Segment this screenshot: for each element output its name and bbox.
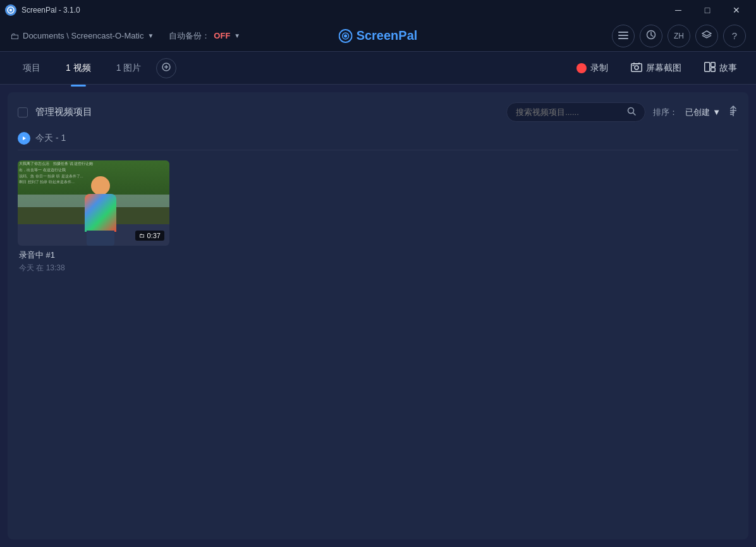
record-label: 录制 [590,63,608,74]
search-input[interactable] [516,107,622,117]
titlebar: ScreenPal - 3.1.0 ─ □ ✕ [0,0,756,20]
svg-rect-18 [705,63,710,72]
history-button[interactable] [640,25,662,47]
thumb-text-overlay: 大我离了你怎么活 拍摄任务 说 这些行让她 出，出去等一 在这边行让我 说吗、急… [19,162,168,185]
window-controls: ─ □ ✕ [664,0,751,20]
manage-bar: 管理视频项目 排序： 已创建 ▼ [18,102,738,122]
svg-point-1 [9,9,12,11]
manage-right: 排序： 已创建 ▼ [506,102,738,122]
search-button[interactable] [627,107,636,117]
svg-point-4 [344,34,347,37]
svg-marker-11 [702,31,711,36]
toolbar-left: 🗀 Documents \ Screencast-O-Matic ▼ 自动备份：… [10,30,240,42]
thumb-person [78,176,123,246]
svg-line-22 [633,113,636,116]
sort-dropdown[interactable]: 已创建 ▼ [685,107,721,118]
folder-icon: 🗀 [10,31,19,41]
logo-suffix: Pal [398,28,417,42]
manage-left: 管理视频项目 [18,106,92,118]
app-logo-icon [5,4,16,16]
sort-value: 已创建 [685,107,710,118]
auto-backup: 自动备份： OFF ▼ [169,30,240,42]
svg-rect-15 [631,64,642,72]
close-button[interactable]: ✕ [722,0,751,20]
backup-state: OFF [214,31,230,40]
history-icon [646,30,656,42]
section-title: 今天 - 1 [35,133,66,144]
video-duration: 🗀 0:37 [135,231,164,241]
svg-rect-19 [711,63,716,67]
folder-small-icon: 🗀 [139,232,145,239]
folder-dropdown-arrow: ▼ [147,32,154,39]
svg-marker-27 [23,136,26,140]
video-info: 录音中 #1 今天 在 13:38 [18,246,169,277]
logo-prefix: Screen [357,28,399,42]
section-header: 今天 - 1 [18,132,738,150]
help-button[interactable]: ? [723,25,746,47]
record-icon [576,63,587,73]
manage-title: 管理视频项目 [35,106,92,118]
svg-rect-5 [618,32,628,33]
toolbar: 🗀 Documents \ Screencast-O-Matic ▼ 自动备份：… [0,20,756,52]
app-title: ScreenPal - 3.1.0 [21,6,80,15]
svg-rect-20 [711,68,716,71]
maximize-button[interactable]: □ [693,0,722,20]
logo-text: ScreenPal [357,28,418,43]
language-button[interactable]: ZH [668,25,690,47]
nav-right: 录制 屏幕截图 故事 [570,58,743,78]
video-grid: 大我离了你怎么活 拍摄任务 说 这些行让她 出，出去等一 在这边行让我 说吗、急… [18,160,738,277]
story-label: 故事 [719,63,737,74]
toolbar-right: ZH ? [612,25,746,47]
screenshot-button[interactable]: 屏幕截图 [625,58,688,78]
menu-icon [618,31,628,41]
svg-line-10 [651,35,653,37]
nav-tabs: 项目 1 视频 1 图片 录制 [0,52,756,85]
video-card[interactable]: 大我离了你怎么活 拍摄任务 说 这些行让她 出，出去等一 在这边行让我 说吗、急… [18,160,169,277]
video-date: 今天 在 13:38 [19,263,168,274]
import-button[interactable] [156,58,176,78]
import-icon [162,63,171,74]
layers-icon [702,30,712,42]
screenpal-logo-icon [339,29,353,43]
folder-path[interactable]: 🗀 Documents \ Screencast-O-Matic ▼ [10,31,154,41]
search-box[interactable] [506,102,645,122]
select-all-checkbox[interactable] [18,107,28,117]
toolbar-center: ScreenPal [339,28,418,43]
section-expand-button[interactable] [18,132,30,145]
menu-button[interactable] [612,25,635,47]
sort-label: 排序： [653,107,678,118]
story-button[interactable]: 故事 [698,58,743,78]
backup-dropdown-arrow: ▼ [234,32,240,39]
layers-button[interactable] [695,25,718,47]
tab-videos[interactable]: 1 视频 [56,57,101,79]
svg-rect-7 [618,38,628,39]
tab-projects[interactable]: 项目 [13,57,51,79]
tab-images[interactable]: 1 图片 [106,57,152,79]
screenshot-icon [631,62,642,74]
story-icon [704,62,716,74]
minimize-button[interactable]: ─ [664,0,693,20]
svg-rect-6 [618,35,628,36]
video-name: 录音中 #1 [19,249,168,261]
record-button[interactable]: 录制 [570,59,614,78]
sort-arrow: ▼ [712,107,721,117]
svg-point-16 [635,66,638,69]
titlebar-left: ScreenPal - 3.1.0 [5,4,80,16]
video-thumbnail[interactable]: 大我离了你怎么活 拍摄任务 说 这些行让她 出，出去等一 在这边行让我 说吗、急… [18,160,169,246]
screenshot-label: 屏幕截图 [646,63,681,74]
help-icon: ? [732,30,737,41]
backup-label: 自动备份： [169,30,210,42]
main-content: 管理视频项目 排序： 已创建 ▼ [8,92,748,539]
sort-order-button[interactable] [728,105,738,119]
nav-left: 项目 1 视频 1 图片 [13,57,176,79]
folder-path-text: Documents \ Screencast-O-Matic [23,31,143,40]
